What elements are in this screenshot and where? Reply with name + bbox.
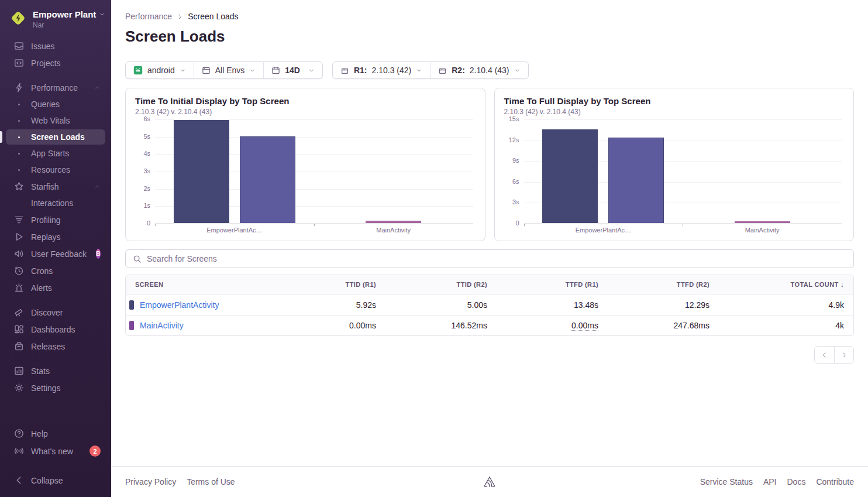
col-ttid-r2[interactable]: TTID (R2) <box>385 275 497 294</box>
sidebar-item-resources[interactable]: Resources <box>6 162 105 177</box>
y-tick-label: 3s <box>143 167 150 174</box>
sidebar-item-releases[interactable]: Releases <box>6 338 105 354</box>
col-ttfd-r2[interactable]: TTFD (R2) <box>608 275 719 294</box>
bar-r2[interactable] <box>608 138 664 223</box>
chevron-right-icon <box>177 13 183 20</box>
footer: Privacy Policy Terms of Use Service Stat… <box>111 466 868 497</box>
ttid-chart-card: Time To Initial Display by Top Screen 2.… <box>125 88 485 241</box>
sidebar-item-user-feedback[interactable]: User FeedbackB <box>6 246 105 262</box>
x-tick-label: EmpowerPlantAc… <box>524 227 683 234</box>
bar-r2[interactable] <box>240 136 295 223</box>
pagination <box>814 346 854 364</box>
bullet-icon <box>18 104 20 105</box>
search-icon <box>133 255 142 263</box>
bar-group <box>314 119 473 223</box>
sidebar-item-help[interactable]: Help <box>6 426 105 441</box>
bar-r1[interactable] <box>174 120 229 223</box>
screen-link[interactable]: EmpowerPlantActivity <box>140 300 219 310</box>
date-range-filter[interactable]: 14D <box>263 62 322 78</box>
sidebar-item-web-vitals[interactable]: Web Vitals <box>6 113 105 128</box>
bar-group <box>683 119 842 223</box>
sidebar-item-settings[interactable]: Settings <box>6 380 105 396</box>
y-tick-label: 6s <box>512 178 519 185</box>
package-icon <box>340 66 349 75</box>
chevron-down-icon <box>308 67 315 74</box>
help-icon <box>14 429 24 438</box>
next-page-button[interactable] <box>834 347 853 363</box>
chevron-left-icon <box>14 475 24 485</box>
x-tick-label: EmpowerPlantAc… <box>155 227 314 234</box>
cell-ttfd_r2: 12.29s <box>685 300 709 310</box>
sidebar-item-profiling[interactable]: Profiling <box>6 212 105 228</box>
chart-subtitle: 2.10.3 (42) v. 2.10.4 (43) <box>135 108 476 116</box>
release-2-filter[interactable]: R2:2.10.4 (43) <box>430 62 528 78</box>
sidebar-item-performance[interactable]: Performance <box>6 80 105 95</box>
y-axis: 15s12s9s6s3s0 <box>504 119 519 224</box>
cell-ttfd_r2: 247.68ms <box>674 321 709 330</box>
chevron-down-icon <box>249 67 256 74</box>
docs-link[interactable]: Docs <box>787 477 806 486</box>
sidebar-item-discover[interactable]: Discover <box>6 304 105 320</box>
chevron-down-icon <box>99 11 105 18</box>
terms-of-use-link[interactable]: Terms of Use <box>187 477 235 486</box>
col-screen[interactable]: SCREEN <box>126 275 274 294</box>
bar-r1[interactable] <box>542 129 598 223</box>
cell-total: 4.9k <box>829 300 844 310</box>
y-tick-label: 6s <box>143 115 150 122</box>
sidebar: Empower Plant Nar Issues Projects Perfor… <box>0 0 111 497</box>
table-header: SCREEN TTID (R1) TTID (R2) TTFD (R1) TTF… <box>126 275 853 294</box>
col-ttid-r1[interactable]: TTID (R1) <box>274 275 385 294</box>
cell-ttid_r2: 5.00s <box>467 300 487 310</box>
bullet-icon <box>18 169 20 171</box>
service-status-link[interactable]: Service Status <box>700 477 753 486</box>
previous-page-button[interactable] <box>815 347 834 363</box>
gear-icon <box>14 383 24 393</box>
sidebar-item-crons[interactable]: Crons <box>6 263 105 279</box>
screen-link[interactable]: MainActivity <box>140 321 184 330</box>
bar-r2[interactable] <box>366 221 421 223</box>
sidebar-collapse-button[interactable]: Collapse <box>6 472 105 488</box>
org-logo-icon <box>9 9 27 27</box>
sidebar-item-alerts[interactable]: Alerts <box>6 280 105 296</box>
sidebar-item-dashboards[interactable]: Dashboards <box>6 321 105 337</box>
notification-badge: 2 <box>89 445 101 457</box>
cell-ttfd_r1: 13.48s <box>574 300 598 310</box>
contribute-link[interactable]: Contribute <box>816 477 854 486</box>
telescope-icon <box>14 307 24 317</box>
col-ttfd-r1[interactable]: TTFD (R1) <box>497 275 608 294</box>
beta-badge: B <box>96 249 101 259</box>
sidebar-item-queries[interactable]: Queries <box>6 97 105 112</box>
search-input[interactable] <box>147 254 846 263</box>
sidebar-item-screen-loads[interactable]: Screen Loads <box>6 129 105 145</box>
chevron-up-icon <box>94 84 101 91</box>
sidebar-item-starfish[interactable]: Starfish <box>6 179 105 194</box>
chevron-down-icon <box>180 67 186 74</box>
org-project: Nar <box>33 21 105 29</box>
ttfd-chart-card: Time To Full Display by Top Screen 2.10.… <box>494 88 855 241</box>
x-tick-label: MainActivity <box>314 227 473 234</box>
sidebar-item-stats[interactable]: Stats <box>6 363 105 379</box>
filter-bar: android All Envs 14D R1:2.10.3 (42) R2:2… <box>125 61 854 79</box>
bar-r2[interactable] <box>735 221 790 223</box>
cell-ttfd_r1: 0.00ms <box>571 321 598 331</box>
sidebar-item-replays[interactable]: Replays <box>6 229 105 245</box>
sidebar-item-projects[interactable]: Projects <box>6 55 105 71</box>
privacy-policy-link[interactable]: Privacy Policy <box>125 477 176 486</box>
sidebar-item-whats-new[interactable]: What's new2 <box>6 443 105 460</box>
sidebar-item-app-starts[interactable]: App Starts <box>6 146 105 161</box>
release-1-filter[interactable]: R1:2.10.3 (42) <box>333 62 430 78</box>
megaphone-icon <box>14 249 24 259</box>
y-tick-label: 15s <box>509 115 519 122</box>
sidebar-item-interactions[interactable]: Interactions <box>6 196 105 211</box>
chart-subtitle: 2.10.3 (42) v. 2.10.4 (43) <box>504 108 845 116</box>
col-total-count[interactable]: TOTAL COUNT ↓ <box>719 275 853 294</box>
sidebar-item-issues[interactable]: Issues <box>6 38 105 54</box>
cell-ttid_r2: 146.52ms <box>452 321 487 330</box>
project-filter[interactable]: android <box>126 62 194 78</box>
api-link[interactable]: API <box>763 477 777 486</box>
y-tick-label: 5s <box>143 133 150 140</box>
environment-filter[interactable]: All Envs <box>194 62 264 78</box>
org-switcher[interactable]: Empower Plant Nar <box>0 7 111 37</box>
breadcrumb-performance[interactable]: Performance <box>125 12 172 21</box>
sentry-logo-icon[interactable] <box>483 476 496 488</box>
